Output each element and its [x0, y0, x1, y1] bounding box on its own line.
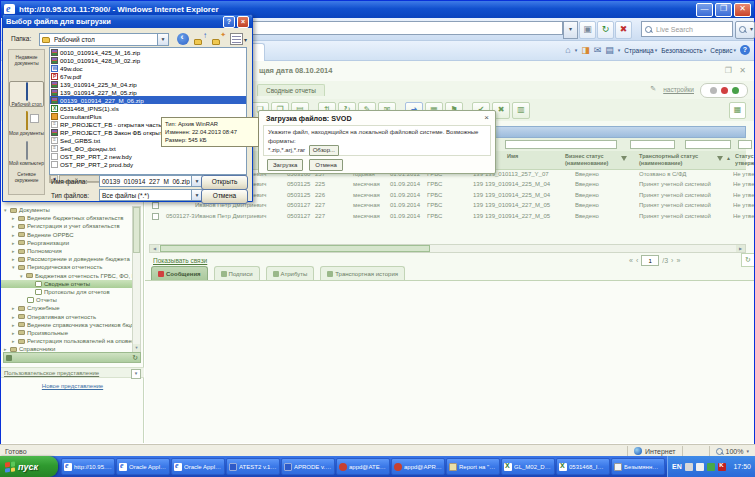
- taskbar-task-button[interactable]: Report на "10...: [446, 458, 500, 475]
- safety-menu[interactable]: Безопасность▾: [661, 47, 706, 54]
- tree-item[interactable]: ▾ Бюджетная отчетность ГРБС, ФО, ПБС: [1, 272, 132, 280]
- column-header-approval-status[interactable]: Статусутвержд.: [735, 153, 754, 166]
- settings-link[interactable]: настройки: [663, 86, 694, 93]
- filter-funnel-icon[interactable]: [717, 156, 723, 161]
- tree-item[interactable]: ▸ Служебные: [1, 304, 132, 312]
- places-bar-item[interactable]: Сетевое окружение: [9, 170, 44, 194]
- filter-name-input[interactable]: [505, 140, 617, 149]
- toolbar-icon[interactable]: ▥: [512, 102, 530, 119]
- scroll-down-icon[interactable]: ▼: [133, 344, 140, 352]
- tools-menu[interactable]: Сервис▾: [710, 47, 736, 54]
- zoom-control[interactable]: 100% ▾: [709, 446, 755, 456]
- tree-item[interactable]: ▸ Оперативная отчетность: [1, 312, 132, 320]
- detail-tab[interactable]: Атрибуты: [266, 266, 315, 281]
- column-header-name[interactable]: Имя: [507, 153, 518, 160]
- dialog-cancel-button[interactable]: Отмена: [201, 189, 248, 204]
- open-button[interactable]: Открыть: [201, 175, 248, 190]
- taskbar-task-button[interactable]: Oracle Applicat...: [116, 458, 170, 475]
- filter-status-input[interactable]: [738, 140, 752, 149]
- upload-dialog-close-icon[interactable]: ×: [484, 113, 489, 122]
- file-list-item[interactable]: 00139_010914_227_M_06.zip: [50, 96, 246, 104]
- stop-button[interactable]: ✖: [615, 21, 632, 39]
- table-horizontal-scrollbar[interactable]: ◀ ▶: [149, 244, 746, 253]
- tree-item[interactable]: ▸ Регистрация и учет обязательств: [1, 222, 132, 230]
- start-button[interactable]: пуск: [0, 456, 58, 477]
- table-row[interactable]: 0503127-3 Иванов Петр Дмитриевич 0503127…: [149, 211, 746, 221]
- page-menu[interactable]: Страница▾: [624, 47, 657, 54]
- prev-page-button[interactable]: ‹: [636, 257, 638, 264]
- taskbar-task-button[interactable]: Безымянный-3...: [611, 458, 665, 475]
- column-header-business-status[interactable]: Бизнес статус(наименование): [565, 153, 621, 166]
- taskbar-task-button[interactable]: GL_M02_DZ(1)...: [501, 458, 555, 475]
- places-bar-item[interactable]: Рабочий стол: [9, 81, 44, 107]
- tree-item[interactable]: ▸ Произвольные: [1, 329, 132, 337]
- file-list-item[interactable]: 139_010914_225_M_04.zip: [50, 80, 246, 88]
- scroll-right-icon[interactable]: ▶: [736, 245, 745, 252]
- filename-input[interactable]: 00139_010914_227_M_06.zip ▼: [99, 175, 203, 187]
- file-list-item[interactable]: 0010_010914_428_M_02.zip: [50, 56, 246, 64]
- file-dialog-close-button[interactable]: ×: [237, 16, 249, 28]
- file-dialog-titlebar[interactable]: Выбор файла для выгрузки ? ×: [3, 15, 252, 28]
- tree-item[interactable]: ▸ Регистрация пользователей на оповещени…: [1, 337, 132, 345]
- new-view-link[interactable]: Новое представление: [1, 383, 144, 389]
- zoom-dropdown-icon[interactable]: ▾: [746, 448, 749, 454]
- red-status-icon[interactable]: [721, 87, 728, 94]
- places-bar-item[interactable]: Мой компьютер: [9, 141, 44, 167]
- refresh-button[interactable]: ↻: [597, 21, 614, 39]
- folder-dropdown-icon[interactable]: ▼: [157, 34, 168, 45]
- detail-tab[interactable]: Транспортная история: [320, 266, 405, 281]
- sort-arrow-icon[interactable]: ▲: [726, 155, 731, 161]
- user-view-header[interactable]: Пользовательское представление ▾: [1, 367, 144, 378]
- address-dropdown-button[interactable]: ▾: [563, 21, 578, 39]
- browse-button[interactable]: Обзор...: [309, 145, 339, 156]
- filetype-select[interactable]: Все файлы (*.*) ▼: [99, 189, 203, 201]
- refresh-list-icon[interactable]: ↻: [741, 253, 754, 267]
- language-indicator[interactable]: EN: [672, 463, 682, 470]
- file-list-item[interactable]: 67w.pdf: [50, 72, 246, 80]
- tree-item[interactable]: Протоколы для отчетов: [1, 288, 132, 296]
- first-page-button[interactable]: «: [629, 257, 633, 264]
- tree-scrollbar[interactable]: ▼: [132, 206, 141, 353]
- summary-reports-tab[interactable]: Сводные отчеты: [257, 84, 325, 96]
- taskbar-task-button[interactable]: appd@APROD...: [391, 458, 445, 475]
- tree-item[interactable]: ▾ Периодическая отчетность: [1, 263, 132, 271]
- column-header-transport-status[interactable]: Транспортный статус(наименование): [639, 153, 719, 166]
- file-list-item[interactable]: 49w.doc: [50, 64, 246, 72]
- scroll-left-icon[interactable]: ◀: [150, 245, 159, 252]
- refresh-tree-icon[interactable]: ↻: [132, 354, 138, 362]
- views-menu-icon[interactable]: [230, 33, 243, 45]
- restore-panel-icon[interactable]: ❐: [725, 66, 732, 75]
- up-one-level-icon[interactable]: [194, 33, 207, 45]
- places-bar-item[interactable]: Мои документы: [9, 111, 44, 137]
- taskbar-task-button[interactable]: appd@ATEST2: [336, 458, 390, 475]
- tree-item[interactable]: ▸ Реорганизации: [1, 239, 132, 247]
- tree-collapsed-band[interactable]: ↻: [3, 352, 141, 363]
- row-checkbox[interactable]: [152, 213, 159, 220]
- close-button[interactable]: ✕: [734, 3, 751, 17]
- compatibility-view-icon[interactable]: ▣: [579, 21, 596, 39]
- next-page-button[interactable]: ›: [671, 257, 673, 264]
- green-status-icon[interactable]: [732, 87, 739, 94]
- scrollbar-thumb[interactable]: [133, 207, 140, 253]
- tray-icon[interactable]: [707, 463, 715, 471]
- tree-item[interactable]: Сводные отчеты: [1, 280, 132, 288]
- filter-funnel-icon[interactable]: [621, 156, 627, 161]
- row-checkbox[interactable]: [152, 202, 159, 209]
- mail-icon[interactable]: ✉: [594, 43, 602, 57]
- file-list-item[interactable]: OST_RP_PRT_2 new.bdy: [50, 152, 246, 160]
- tree-item[interactable]: Отчеты: [1, 296, 132, 304]
- search-go-button[interactable]: [735, 21, 755, 39]
- search-input[interactable]: Live Search: [641, 21, 733, 37]
- back-icon[interactable]: [177, 33, 189, 45]
- taskbar-task-button[interactable]: Oracle Applicat...: [171, 458, 225, 475]
- detail-tab[interactable]: Подписи: [214, 266, 260, 281]
- tree-item[interactable]: ▸ Ведение бюджетных обязательств: [1, 214, 132, 222]
- tree-item[interactable]: ▸ Рассмотрение и доведение бюджета: [1, 255, 132, 263]
- new-folder-icon[interactable]: [212, 33, 225, 45]
- last-page-button[interactable]: »: [676, 257, 680, 264]
- collapse-icon[interactable]: ▾: [131, 369, 141, 379]
- maximize-button[interactable]: ❐: [715, 3, 732, 17]
- folder-select[interactable]: Рабочий стол ▼: [39, 33, 169, 46]
- filter-transport-status-input[interactable]: [685, 140, 731, 149]
- tray-icon[interactable]: [685, 463, 693, 471]
